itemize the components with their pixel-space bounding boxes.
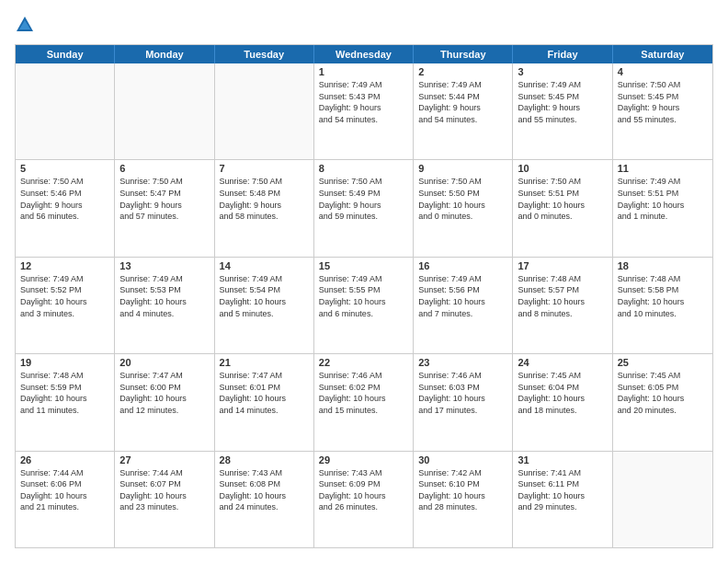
day-number: 22 [319, 357, 408, 368]
day-info: Sunrise: 7:48 AMSunset: 5:58 PMDaylight:… [618, 273, 708, 319]
calendar-cell-12: 12Sunrise: 7:49 AMSunset: 5:52 PMDayligh… [16, 258, 115, 353]
day-number: 29 [319, 454, 408, 465]
day-number: 19 [20, 357, 109, 368]
day-info: Sunrise: 7:46 AMSunset: 6:03 PMDaylight:… [418, 370, 507, 416]
calendar-header: SundayMondayTuesdayWednesdayThursdayFrid… [16, 45, 712, 63]
day-info: Sunrise: 7:45 AMSunset: 6:04 PMDaylight:… [518, 370, 607, 416]
day-number: 26 [20, 454, 109, 465]
day-number: 24 [518, 357, 607, 368]
day-info: Sunrise: 7:49 AMSunset: 5:44 PMDaylight:… [418, 79, 507, 125]
calendar-row-2: 12Sunrise: 7:49 AMSunset: 5:52 PMDayligh… [16, 257, 712, 353]
calendar-cell-3: 3Sunrise: 7:49 AMSunset: 5:45 PMDaylight… [513, 63, 612, 159]
calendar-cell-7: 7Sunrise: 7:50 AMSunset: 5:48 PMDaylight… [215, 160, 314, 256]
day-info: Sunrise: 7:49 AMSunset: 5:51 PMDaylight:… [618, 176, 708, 222]
day-info: Sunrise: 7:49 AMSunset: 5:45 PMDaylight:… [518, 79, 607, 125]
weekday-header-monday: Monday [115, 45, 214, 63]
header [15, 15, 713, 35]
day-number: 6 [119, 163, 209, 174]
calendar-cell-30: 30Sunrise: 7:42 AMSunset: 6:10 PMDayligh… [414, 452, 513, 547]
weekday-header-sunday: Sunday [16, 45, 115, 63]
weekday-header-wednesday: Wednesday [314, 45, 414, 63]
day-number: 14 [220, 260, 309, 271]
calendar-cell-25: 25Sunrise: 7:45 AMSunset: 6:05 PMDayligh… [613, 354, 712, 450]
logo-icon [15, 15, 35, 35]
day-info: Sunrise: 7:50 AMSunset: 5:49 PMDaylight:… [319, 176, 408, 222]
page: SundayMondayTuesdayWednesdayThursdayFrid… [0, 0, 728, 563]
day-number: 23 [418, 357, 507, 368]
calendar-row-0: 1Sunrise: 7:49 AMSunset: 5:43 PMDaylight… [16, 63, 712, 159]
day-number: 15 [319, 260, 408, 271]
day-number: 18 [618, 260, 708, 271]
weekday-header-tuesday: Tuesday [215, 45, 314, 63]
day-info: Sunrise: 7:49 AMSunset: 5:55 PMDaylight:… [319, 273, 408, 319]
calendar-cell-18: 18Sunrise: 7:48 AMSunset: 5:58 PMDayligh… [613, 258, 712, 353]
weekday-header-friday: Friday [513, 45, 612, 63]
calendar-cell-empty-0-2 [215, 63, 314, 159]
calendar-cell-19: 19Sunrise: 7:48 AMSunset: 5:59 PMDayligh… [16, 354, 115, 450]
day-info: Sunrise: 7:48 AMSunset: 5:59 PMDaylight:… [20, 370, 109, 416]
weekday-header-thursday: Thursday [414, 45, 513, 63]
day-number: 12 [20, 260, 109, 271]
calendar-cell-17: 17Sunrise: 7:48 AMSunset: 5:57 PMDayligh… [513, 258, 612, 353]
logo [15, 15, 39, 35]
day-number: 17 [518, 260, 607, 271]
day-info: Sunrise: 7:44 AMSunset: 6:07 PMDaylight:… [119, 467, 209, 513]
day-number: 11 [618, 163, 708, 174]
calendar: SundayMondayTuesdayWednesdayThursdayFrid… [15, 44, 713, 548]
calendar-cell-27: 27Sunrise: 7:44 AMSunset: 6:07 PMDayligh… [115, 452, 214, 547]
calendar-row-1: 5Sunrise: 7:50 AMSunset: 5:46 PMDaylight… [16, 159, 712, 256]
day-number: 8 [319, 163, 408, 174]
day-number: 30 [418, 454, 507, 465]
day-info: Sunrise: 7:49 AMSunset: 5:53 PMDaylight:… [119, 273, 209, 319]
day-info: Sunrise: 7:50 AMSunset: 5:47 PMDaylight:… [119, 176, 209, 222]
calendar-cell-22: 22Sunrise: 7:46 AMSunset: 6:02 PMDayligh… [314, 354, 414, 450]
calendar-cell-4: 4Sunrise: 7:50 AMSunset: 5:45 PMDaylight… [613, 63, 712, 159]
day-info: Sunrise: 7:49 AMSunset: 5:56 PMDaylight:… [418, 273, 507, 319]
calendar-cell-empty-0-1 [115, 63, 214, 159]
day-number: 3 [518, 66, 607, 77]
day-info: Sunrise: 7:50 AMSunset: 5:46 PMDaylight:… [20, 176, 109, 222]
calendar-row-3: 19Sunrise: 7:48 AMSunset: 5:59 PMDayligh… [16, 353, 712, 450]
calendar-body: 1Sunrise: 7:49 AMSunset: 5:43 PMDaylight… [16, 63, 712, 547]
day-info: Sunrise: 7:46 AMSunset: 6:02 PMDaylight:… [319, 370, 408, 416]
day-info: Sunrise: 7:50 AMSunset: 5:51 PMDaylight:… [518, 176, 607, 222]
calendar-cell-empty-4-6 [613, 452, 712, 547]
calendar-cell-11: 11Sunrise: 7:49 AMSunset: 5:51 PMDayligh… [613, 160, 712, 256]
day-number: 10 [518, 163, 607, 174]
calendar-cell-5: 5Sunrise: 7:50 AMSunset: 5:46 PMDaylight… [16, 160, 115, 256]
calendar-cell-9: 9Sunrise: 7:50 AMSunset: 5:50 PMDaylight… [414, 160, 513, 256]
day-number: 9 [418, 163, 507, 174]
day-number: 25 [618, 357, 708, 368]
calendar-cell-20: 20Sunrise: 7:47 AMSunset: 6:00 PMDayligh… [115, 354, 214, 450]
day-number: 13 [119, 260, 209, 271]
day-number: 1 [319, 66, 408, 77]
calendar-cell-29: 29Sunrise: 7:43 AMSunset: 6:09 PMDayligh… [314, 452, 414, 547]
day-number: 16 [418, 260, 507, 271]
calendar-cell-13: 13Sunrise: 7:49 AMSunset: 5:53 PMDayligh… [115, 258, 214, 353]
day-info: Sunrise: 7:47 AMSunset: 6:00 PMDaylight:… [119, 370, 209, 416]
day-info: Sunrise: 7:48 AMSunset: 5:57 PMDaylight:… [518, 273, 607, 319]
day-number: 27 [119, 454, 209, 465]
day-info: Sunrise: 7:49 AMSunset: 5:43 PMDaylight:… [319, 79, 408, 125]
day-number: 21 [220, 357, 309, 368]
day-number: 2 [418, 66, 507, 77]
calendar-cell-23: 23Sunrise: 7:46 AMSunset: 6:03 PMDayligh… [414, 354, 513, 450]
calendar-cell-6: 6Sunrise: 7:50 AMSunset: 5:47 PMDaylight… [115, 160, 214, 256]
calendar-row-4: 26Sunrise: 7:44 AMSunset: 6:06 PMDayligh… [16, 451, 712, 547]
day-number: 4 [618, 66, 708, 77]
calendar-cell-31: 31Sunrise: 7:41 AMSunset: 6:11 PMDayligh… [513, 452, 612, 547]
day-info: Sunrise: 7:44 AMSunset: 6:06 PMDaylight:… [20, 467, 109, 513]
calendar-cell-empty-0-0 [16, 63, 115, 159]
day-info: Sunrise: 7:50 AMSunset: 5:50 PMDaylight:… [418, 176, 507, 222]
calendar-cell-24: 24Sunrise: 7:45 AMSunset: 6:04 PMDayligh… [513, 354, 612, 450]
calendar-cell-10: 10Sunrise: 7:50 AMSunset: 5:51 PMDayligh… [513, 160, 612, 256]
day-info: Sunrise: 7:45 AMSunset: 6:05 PMDaylight:… [618, 370, 708, 416]
day-info: Sunrise: 7:50 AMSunset: 5:48 PMDaylight:… [220, 176, 309, 222]
day-number: 31 [518, 454, 607, 465]
day-info: Sunrise: 7:49 AMSunset: 5:54 PMDaylight:… [220, 273, 309, 319]
calendar-cell-26: 26Sunrise: 7:44 AMSunset: 6:06 PMDayligh… [16, 452, 115, 547]
day-number: 5 [20, 163, 109, 174]
day-number: 28 [220, 454, 309, 465]
day-info: Sunrise: 7:41 AMSunset: 6:11 PMDaylight:… [518, 467, 607, 513]
day-info: Sunrise: 7:47 AMSunset: 6:01 PMDaylight:… [220, 370, 309, 416]
